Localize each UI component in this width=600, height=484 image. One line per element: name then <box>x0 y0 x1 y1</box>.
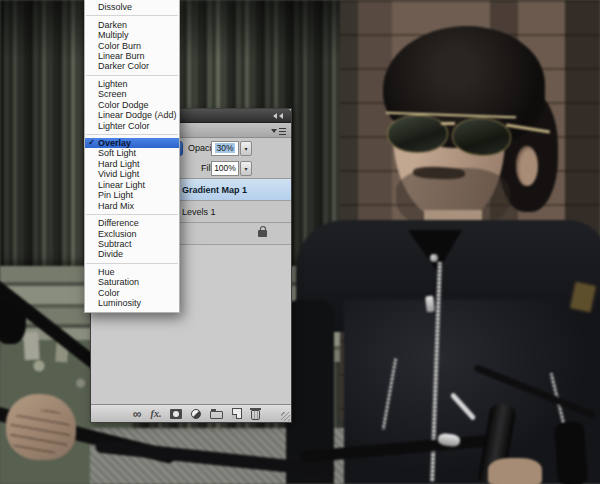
blend-mode-option[interactable]: Linear Burn <box>85 51 179 61</box>
blend-mode-label: Divide <box>98 249 123 259</box>
add-layer-mask-icon[interactable] <box>170 409 182 419</box>
blend-mode-label: Subtract <box>98 239 132 249</box>
blend-mode-option[interactable]: Subtract <box>85 239 179 249</box>
blend-mode-label: Multiply <box>98 30 129 40</box>
blend-mode-option[interactable]: Darken <box>85 19 179 29</box>
blend-mode-option[interactable]: Lighten <box>85 79 179 89</box>
new-group-icon[interactable] <box>210 411 223 419</box>
blend-mode-label: Color Dodge <box>98 100 149 110</box>
blend-mode-label: Lighter Color <box>98 121 150 131</box>
blend-mode-label: Darker Color <box>98 61 149 71</box>
blend-mode-option[interactable]: Screen <box>85 89 179 99</box>
layer-style-fx-icon[interactable]: fx. <box>151 409 162 419</box>
blend-mode-label: Lighten <box>98 79 128 89</box>
fill-value: 100% <box>214 163 236 173</box>
blend-mode-label: Linear Light <box>98 180 145 190</box>
screenshot-stage: Opacity: 30% Fill: 100% Gradient Map 1 L… <box>0 0 600 484</box>
fill-stepper-icon[interactable] <box>240 161 252 176</box>
blend-mode-option[interactable]: Lighter Color <box>85 120 179 130</box>
blend-mode-label: Hard Mix <box>98 201 134 211</box>
blend-mode-label: Overlay <box>98 138 131 148</box>
blend-mode-label: Soft Light <box>98 148 136 158</box>
lock-icon <box>258 230 267 237</box>
blend-mode-option[interactable]: Vivid Light <box>85 169 179 179</box>
opacity-input[interactable]: 30% <box>211 141 239 156</box>
blend-mode-menu: Dissolve Darken Multiply Color Burn <box>84 0 180 313</box>
blend-mode-label: Screen <box>98 89 127 99</box>
link-layers-icon[interactable]: ∞ <box>133 409 142 419</box>
blend-mode-option[interactable]: Linear Dodge (Add) <box>85 110 179 120</box>
opacity-stepper-icon[interactable] <box>240 141 252 156</box>
blend-mode-label: Pin Light <box>98 190 133 200</box>
blend-mode-option[interactable]: Linear Light <box>85 180 179 190</box>
blend-mode-label: Saturation <box>98 277 139 287</box>
blend-mode-option[interactable]: Hard Light <box>85 159 179 169</box>
panel-resize-grip[interactable] <box>281 412 290 421</box>
blend-mode-option[interactable]: Difference <box>85 218 179 228</box>
blend-mode-option[interactable]: Hue <box>85 267 179 277</box>
photo-handlebar-riser <box>554 421 588 484</box>
blend-mode-option[interactable]: Divide <box>85 249 179 259</box>
blend-mode-label: Exclusion <box>98 229 137 239</box>
blend-mode-option[interactable]: Multiply <box>85 30 179 40</box>
blend-mode-label: Color Burn <box>98 41 141 51</box>
blend-mode-label: Linear Burn <box>98 51 145 61</box>
new-adjustment-layer-icon[interactable] <box>191 409 201 419</box>
blend-mode-option[interactable]: Color Burn <box>85 40 179 50</box>
blend-mode-option[interactable]: Dissolve <box>85 2 179 12</box>
blend-mode-option <box>86 15 178 16</box>
check-icon <box>85 138 98 148</box>
blend-mode-option[interactable]: Overlay <box>85 138 179 148</box>
new-layer-icon[interactable] <box>232 408 242 419</box>
blend-mode-label: Darken <box>98 20 127 30</box>
blend-mode-option[interactable]: Darker Color <box>85 61 179 71</box>
blend-mode-option <box>86 75 178 76</box>
blend-mode-option[interactable]: Color <box>85 288 179 298</box>
blend-mode-option[interactable]: Soft Light <box>85 148 179 158</box>
blend-mode-label: Vivid Light <box>98 169 139 179</box>
blend-mode-label: Hard Light <box>98 159 140 169</box>
blend-mode-option <box>86 214 178 215</box>
blend-mode-label: Dissolve <box>98 2 132 12</box>
panel-menu-icon[interactable] <box>271 127 286 135</box>
blend-mode-option[interactable]: Luminosity <box>85 298 179 308</box>
photo-hand-fingers <box>10 410 70 454</box>
blend-mode-option <box>86 134 178 135</box>
photo-sunglasses-lens <box>387 115 448 153</box>
blend-mode-label: Difference <box>98 218 139 228</box>
photo-right-hand <box>488 458 542 484</box>
blend-mode-option[interactable]: Color Dodge <box>85 100 179 110</box>
blend-mode-option[interactable]: Saturation <box>85 277 179 287</box>
photo-collar-snap <box>430 254 438 262</box>
panel-toolbar: ∞ fx. <box>91 404 291 422</box>
blend-mode-option[interactable]: Exclusion <box>85 228 179 238</box>
photo-man-ear <box>516 146 538 186</box>
fill-input[interactable]: 100% <box>211 161 239 176</box>
opacity-value: 30% <box>215 143 234 153</box>
blend-mode-label: Linear Dodge (Add) <box>98 110 177 120</box>
blend-mode-option[interactable]: Pin Light <box>85 190 179 200</box>
collapse-dock-icon[interactable] <box>273 113 285 119</box>
blend-mode-label: Color <box>98 288 120 298</box>
blend-mode-label: Hue <box>98 267 115 277</box>
photo-gravestone <box>23 332 39 361</box>
blend-mode-label: Luminosity <box>98 298 141 308</box>
blend-mode-option[interactable]: Hard Mix <box>85 200 179 210</box>
delete-layer-icon[interactable] <box>251 410 260 420</box>
photo-sunglasses-bridge <box>441 122 455 125</box>
blend-mode-option <box>86 263 178 264</box>
photo-zipper-pull <box>425 296 435 313</box>
